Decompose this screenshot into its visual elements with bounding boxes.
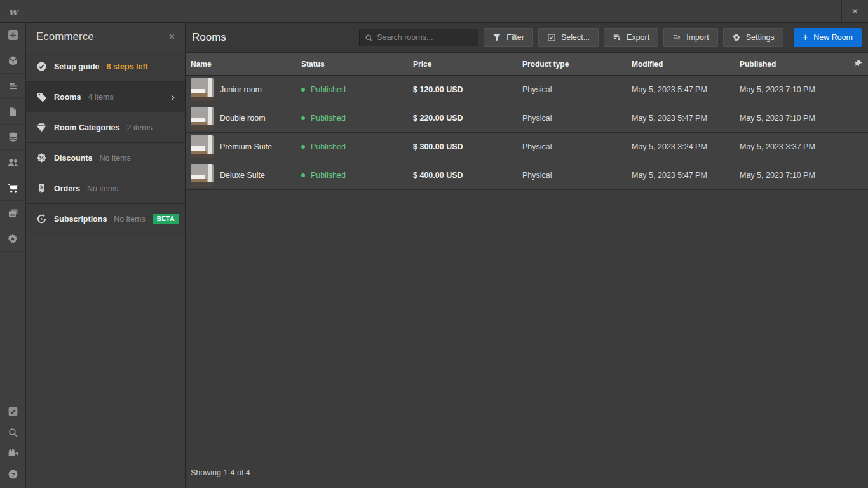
column-header-price[interactable]: Price [413,60,522,69]
select-button[interactable]: Select... [538,28,599,47]
column-header-modified[interactable]: Modified [632,60,740,69]
item-label: Discounts [54,154,92,163]
sidebar-item-rooms[interactable]: Rooms 4 items › [26,82,185,112]
search-rooms-input[interactable] [377,33,473,42]
export-button[interactable]: Export [604,28,658,47]
members-button[interactable] [0,150,25,175]
panel-close-icon[interactable]: × [169,31,175,43]
button-label: Filter [506,33,524,42]
assets-button[interactable] [0,201,25,226]
button-label: Select... [561,33,590,42]
room-name: Deluxe Suite [220,171,265,180]
help-button[interactable]: ? [0,464,25,485]
search-icon [8,427,18,438]
sidebar-item-setup-guide[interactable]: Setup guide 8 steps left [26,51,185,82]
price-cell: $ 220.00 USD [413,114,522,123]
item-meta: 8 steps left [107,62,148,71]
sidebar-item-discounts[interactable]: Discounts No items [26,143,185,173]
pin-columns-icon[interactable] [853,59,868,69]
modified-cell: May 5, 2023 3:24 PM [632,142,740,151]
filter-button[interactable]: Filter [484,28,533,47]
close-designer-icon[interactable]: × [841,0,868,22]
room-thumbnail [191,107,214,130]
navigator-button[interactable] [0,74,25,99]
settings-button[interactable]: Settings [723,28,783,47]
gear-icon [732,33,741,42]
item-label: Rooms [54,93,81,102]
table-row[interactable]: Deluxe Suite Published $ 400.00 USD Phys… [186,161,868,190]
status-dot-icon [301,88,305,92]
item-label: Setup guide [54,62,100,71]
quick-find-button[interactable] [0,422,25,443]
product-type-cell: Physical [522,85,632,94]
sidebar-item-orders[interactable]: $ Orders No items [26,173,185,204]
status-cell: Published [301,85,413,94]
published-cell: May 5, 2023 3:37 PM [740,142,851,151]
shopping-cart-icon [7,182,18,194]
pages-button[interactable] [0,99,25,125]
category-diamond-icon [36,122,47,133]
price-cell: $ 400.00 USD [413,171,522,180]
svg-text:$: $ [40,184,43,191]
import-button[interactable]: Import [663,28,717,47]
add-panel-button[interactable] [0,23,25,48]
published-cell: May 5, 2023 7:10 PM [740,114,851,123]
project-settings-button[interactable] [0,226,25,252]
import-icon [672,33,681,42]
ecommerce-panel-header: Ecommerce × [26,23,185,51]
modified-cell: May 5, 2023 5:47 PM [632,114,740,123]
name-cell: Junior room [191,78,301,101]
status-dot-icon [301,173,305,177]
cube-icon [8,55,18,66]
chevron-right-icon: › [171,92,175,102]
sidebar-item-room-categories[interactable]: Room Categories 2 items [26,112,185,143]
sidebar-item-subscriptions[interactable]: Subscriptions No items BETA [26,204,185,234]
item-label: Orders [54,184,80,193]
question-circle-icon: ? [8,469,18,480]
table-row[interactable]: Premium Suite Published $ 300.00 USD Phy… [186,133,868,161]
table-row[interactable]: Junior room Published $ 120.00 USD Physi… [186,76,868,104]
publish-check-button[interactable] [0,401,25,422]
column-header-name[interactable]: Name [191,60,301,69]
rooms-header: Rooms Filter Select... Export Import [186,23,868,53]
status-cell: Published [301,142,413,151]
check-circle-icon [36,61,47,72]
status-dot-icon [301,145,305,149]
components-button[interactable] [0,48,25,74]
panel-title: Ecommerce [36,30,94,43]
item-meta: No items [114,215,145,224]
svg-text:?: ? [11,471,15,478]
price-cell: $ 120.00 USD [413,85,522,94]
room-thumbnail [191,135,214,158]
checkbox-icon [547,33,556,42]
assets-images-icon [8,208,18,219]
room-thumbnail [191,78,214,101]
button-label: Export [627,33,649,42]
modified-cell: May 5, 2023 5:47 PM [632,171,740,180]
webflow-logo: w [0,0,26,22]
search-rooms-box[interactable] [359,29,478,46]
new-room-button[interactable]: + New Room [794,28,862,47]
modified-cell: May 5, 2023 5:47 PM [632,85,740,94]
video-tutorials-button[interactable] [0,443,25,464]
users-icon [7,157,18,168]
button-label: New Room [813,33,853,42]
column-header-status[interactable]: Status [301,60,413,69]
receipt-ribbon-icon: $ [36,183,47,194]
top-bar: w × [0,0,868,23]
funnel-icon [492,33,501,42]
cms-collections-button[interactable] [0,125,25,150]
table-header: Name Status Price Product type Modified … [186,53,868,76]
status-cell: Published [301,114,413,123]
ecommerce-button[interactable] [0,175,25,201]
plus-icon: + [803,32,808,43]
item-meta: 2 items [127,123,153,132]
item-meta: No items [87,184,118,193]
pagination-status: Showing 1-4 of 4 [186,468,868,487]
column-header-product-type[interactable]: Product type [522,60,632,69]
item-label: Subscriptions [54,215,107,224]
table-row[interactable]: Double room Published $ 220.00 USD Physi… [186,104,868,133]
refresh-arrow-icon [36,214,47,224]
item-label: Room Categories [54,123,120,132]
column-header-published[interactable]: Published [740,60,851,69]
